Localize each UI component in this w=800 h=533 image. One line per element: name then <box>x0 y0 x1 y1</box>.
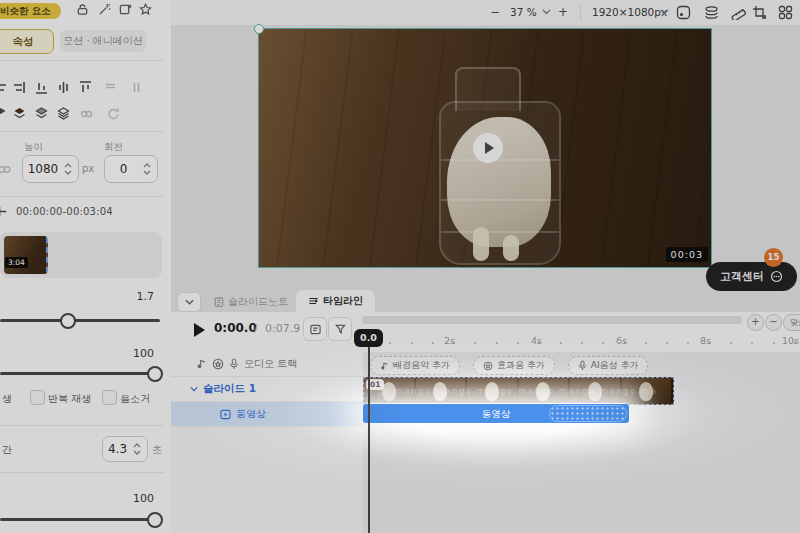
tab-slide-note[interactable]: 슬라이드노트 <box>204 292 298 312</box>
align-top-icon[interactable] <box>79 81 92 94</box>
align-left-icon[interactable] <box>0 81 7 94</box>
playhead-line[interactable] <box>368 347 370 533</box>
video-thumbnail[interactable] <box>4 236 48 274</box>
volume-slider-knob[interactable] <box>147 366 163 382</box>
chevron-down-icon[interactable] <box>542 9 551 14</box>
bring-to-front-icon[interactable] <box>0 107 7 120</box>
divider <box>0 472 164 473</box>
mask-icon[interactable] <box>676 5 691 20</box>
customer-center-button[interactable]: 고객센터 <box>706 262 797 291</box>
crop-icon[interactable] <box>752 5 767 20</box>
collapse-panel-button[interactable] <box>177 292 201 312</box>
add-sfx-button[interactable]: 효과음 추가 <box>473 356 555 375</box>
repeat-checkbox[interactable] <box>30 390 45 405</box>
ruler-label: 8s <box>700 335 711 346</box>
star-icon[interactable] <box>139 3 152 16</box>
similar-elements-button[interactable]: 비슷한 요소 <box>0 3 61 19</box>
video-clip-bar[interactable]: 동영상 <box>363 404 629 423</box>
zoom-level[interactable]: 37 % <box>510 0 537 25</box>
canvas-size-dropdown[interactable]: 1920×1080px <box>592 0 667 25</box>
distribute-vertical-icon <box>130 81 143 94</box>
play-button[interactable] <box>194 323 205 337</box>
clip-selected-segment[interactable] <box>549 405 627 422</box>
clip-filmstrip[interactable]: ngo.mango.mango.mango.mango.mango.mango.… <box>363 377 674 405</box>
tab-motion-animation[interactable]: 모션 · 애니메이션 <box>60 30 146 52</box>
current-time: 0:00.0 <box>214 321 257 335</box>
mic-icon <box>578 360 587 371</box>
stepper-chevrons-icon[interactable] <box>142 162 152 176</box>
lock-icon[interactable] <box>76 3 89 16</box>
play-overlay-button[interactable] <box>473 133 503 163</box>
track-options-button[interactable] <box>303 317 327 341</box>
speed-value: 1.7 <box>120 290 154 303</box>
bring-forward-icon[interactable] <box>13 107 26 120</box>
speed-slider[interactable] <box>0 319 160 322</box>
mute-checkbox[interactable] <box>102 390 117 405</box>
divider <box>0 425 164 426</box>
canvas-area[interactable]: 00:03 1 <box>171 25 800 290</box>
duration-value[interactable]: 4.3 <box>103 442 132 456</box>
height-unit: px <box>82 163 94 174</box>
trim-range-icon <box>0 206 8 217</box>
opacity-value: 100 <box>120 492 154 505</box>
time-separator: / <box>254 322 258 335</box>
selection-handle[interactable] <box>254 24 264 34</box>
align-center-vertical-icon[interactable] <box>57 81 70 94</box>
track-content-area: 배경음악 추가 효과음 추가 AI음성 추가 ngo.mango.man <box>363 352 800 533</box>
height-stepper[interactable]: 1080 <box>22 155 79 183</box>
opacity-slider[interactable] <box>0 518 160 521</box>
mute-checkbox-label[interactable]: 음소거 <box>120 392 150 406</box>
timeline-scrollbar[interactable] <box>362 316 742 324</box>
tab-slide-note-label: 슬라이드노트 <box>228 295 288 309</box>
send-backward-icon[interactable] <box>35 107 48 120</box>
play-icon <box>485 142 494 154</box>
add-bgm-button[interactable]: 배경음악 추가 <box>370 356 460 375</box>
playhead-marker[interactable]: 0.0 <box>354 329 383 347</box>
add-sfx-label: 효과음 추가 <box>497 359 545 372</box>
filter-button[interactable] <box>328 317 352 341</box>
stepper-chevrons-icon[interactable] <box>63 162 73 176</box>
group-icon <box>80 107 93 120</box>
export-image-icon[interactable] <box>119 3 132 16</box>
chevron-down-icon[interactable] <box>660 9 669 14</box>
rotation-value[interactable]: 0 <box>105 162 142 176</box>
tab-properties[interactable]: 속성 <box>0 29 54 54</box>
slide-group-header[interactable]: 슬라이드 1 <box>171 377 382 402</box>
stepper-chevrons-icon[interactable] <box>132 442 142 456</box>
volume-slider[interactable] <box>0 372 160 375</box>
add-bgm-label: 배경음악 추가 <box>393 359 450 372</box>
rotation-stepper[interactable]: 0 <box>104 155 158 183</box>
speed-slider-knob[interactable] <box>60 313 76 329</box>
timeline-fit-button[interactable]: 맞춤 <box>783 314 800 331</box>
timeline-controls: 0:00.0 / 0:07.9 + − 맞춤 <box>171 312 800 352</box>
slide-group-label: 슬라이드 1 <box>203 382 256 396</box>
add-ai-voice-button[interactable]: AI음성 추가 <box>568 356 649 375</box>
link-dimensions-icon[interactable] <box>0 163 11 176</box>
filter-icon <box>335 324 346 335</box>
magic-wand-icon[interactable] <box>98 3 111 16</box>
align-bottom-icon[interactable] <box>35 81 48 94</box>
duration-label: 간 <box>2 443 12 457</box>
rotate-icon <box>107 107 120 120</box>
height-value[interactable]: 1080 <box>23 162 63 176</box>
tab-timeline[interactable]: 타임라인 <box>296 290 375 312</box>
repeat-checkbox-label[interactable]: 반복 재생 <box>48 392 91 406</box>
ruler-label: 2s <box>444 335 455 346</box>
video-element[interactable]: 00:03 <box>258 28 712 268</box>
duration-stepper[interactable]: 4.3 <box>102 436 148 462</box>
ruler-label: 6s <box>616 335 627 346</box>
track-header-column: 오디오 트랙 슬라이드 1 동영상 <box>171 352 364 533</box>
timeline-zoom-in-button[interactable]: + <box>747 314 764 331</box>
ruler-icon[interactable] <box>731 5 746 20</box>
apps-grid-icon[interactable] <box>778 5 793 20</box>
opacity-slider-knob[interactable] <box>147 512 163 528</box>
autoplay-checkbox-label[interactable]: 생 <box>2 392 12 406</box>
layers-icon[interactable] <box>704 5 719 20</box>
align-right-icon[interactable] <box>13 81 26 94</box>
send-to-back-icon[interactable] <box>57 107 70 120</box>
audio-track-header[interactable]: 오디오 트랙 <box>171 352 388 377</box>
timeline-zoom-out-button[interactable]: − <box>765 314 782 331</box>
zoom-out-button[interactable]: − <box>490 0 500 25</box>
cat-paw <box>503 235 519 261</box>
zoom-in-button[interactable]: + <box>558 0 568 25</box>
